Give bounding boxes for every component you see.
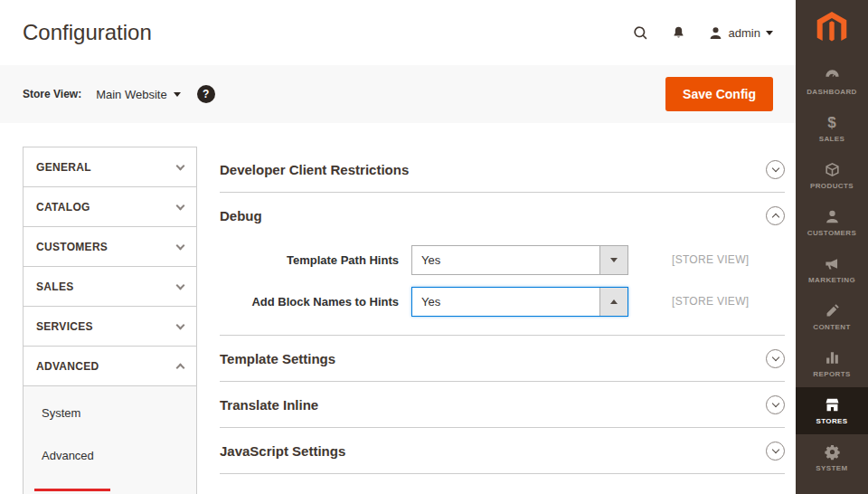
section-javascript-settings[interactable]: JavaScript Settings	[220, 428, 785, 474]
main-area: Configuration admin Store View:	[0, 0, 796, 494]
chevron-down-icon	[766, 31, 773, 35]
sidebar-item-system[interactable]: SYSTEM	[796, 434, 868, 481]
section-developer-client-restrictions[interactable]: Developer Client Restrictions	[220, 147, 785, 193]
chevron-down-icon	[176, 201, 185, 210]
scope-label: [STORE VIEW]	[672, 295, 749, 308]
help-icon[interactable]: ?	[197, 85, 215, 103]
dashboard-icon	[824, 67, 841, 84]
page-title: Configuration	[23, 20, 152, 45]
sidebar-item-label: REPORTS	[813, 370, 850, 378]
store-view-label: Store View:	[23, 88, 81, 100]
sidebar-item-label: DASHBOARD	[807, 88, 857, 96]
nav-subitem-label: Advanced	[42, 449, 94, 462]
admin-user-menu[interactable]: admin	[708, 25, 773, 41]
stores-icon	[824, 396, 841, 413]
section-debug[interactable]: Debug	[220, 193, 785, 239]
admin-user-label: admin	[729, 26, 760, 40]
nav-subitem-system[interactable]: System	[24, 392, 196, 434]
sidebar-item-customers[interactable]: CUSTOMERS	[796, 199, 868, 246]
content-area: GENERAL CATALOG CUSTOMERS SALES SERVICES	[0, 123, 796, 494]
select-dropdown-button[interactable]	[599, 288, 627, 316]
sidebar-item-label: CONTENT	[813, 323, 850, 331]
chevron-down-icon	[771, 354, 778, 361]
content-icon	[824, 302, 841, 319]
chevron-down-icon	[174, 92, 181, 97]
sidebar-item-label: CUSTOMERS	[807, 229, 857, 237]
sidebar-item-sales[interactable]: $ SALES	[796, 105, 868, 152]
nav-item-label: GENERAL	[36, 161, 91, 174]
sidebar-item-label: STORES	[816, 417, 847, 425]
marketing-icon	[824, 255, 841, 272]
sidebar-item-products[interactable]: PRODUCTS	[796, 152, 868, 199]
section-title: Developer Client Restrictions	[220, 162, 409, 177]
sidebar-item-dashboard[interactable]: DASHBOARD	[796, 58, 868, 105]
nav-item-advanced[interactable]: ADVANCED	[24, 347, 196, 386]
field-label: Template Path Hints	[220, 253, 399, 267]
page-header: Configuration admin	[0, 0, 796, 65]
search-icon[interactable]	[632, 24, 649, 42]
nav-subitem-label: System	[42, 406, 80, 420]
nav-item-label: SALES	[36, 280, 74, 293]
sidebar-item-marketing[interactable]: MARKETING	[796, 246, 868, 293]
chevron-down-icon	[610, 258, 618, 262]
debug-fields: Template Path Hints Yes [STORE VIEW] Add…	[220, 239, 785, 322]
field-label: Add Block Names to Hints	[220, 295, 399, 309]
collapse-toggle[interactable]	[766, 349, 785, 368]
nav-subitem-advanced[interactable]: Advanced	[24, 434, 196, 477]
admin-main-menu: DASHBOARD $ SALES PRODUCTS CUSTOMERS MAR…	[796, 0, 868, 494]
collapse-toggle[interactable]	[766, 160, 785, 179]
config-panels: Developer Client Restrictions Debug Temp…	[220, 147, 785, 474]
add-block-names-select[interactable]: Yes	[411, 287, 628, 317]
section-debug-panel: Debug Template Path Hints Yes [STORE VIE…	[220, 193, 785, 336]
select-value: Yes	[412, 253, 599, 267]
chevron-up-icon	[610, 299, 618, 304]
section-title: Template Settings	[220, 351, 335, 366]
sidebar-item-reports[interactable]: REPORTS	[796, 340, 868, 387]
nav-item-sales[interactable]: SALES	[24, 267, 196, 307]
chevron-down-icon	[176, 320, 185, 329]
field-add-block-names-to-hints: Add Block Names to Hints Yes [STORE VIEW…	[220, 280, 785, 322]
notifications-bell-icon[interactable]	[671, 25, 686, 41]
collapse-toggle[interactable]	[766, 206, 785, 225]
chevron-down-icon	[771, 165, 778, 172]
chevron-down-icon	[176, 241, 185, 250]
sidebar-item-label: PRODUCTS	[810, 182, 854, 190]
nav-item-label: CUSTOMERS	[36, 241, 108, 253]
nav-item-label: SERVICES	[36, 320, 93, 333]
chevron-down-icon	[771, 400, 778, 407]
store-view-switcher[interactable]: Main Website	[96, 88, 181, 101]
nav-item-catalog[interactable]: CATALOG	[24, 187, 196, 227]
collapse-toggle[interactable]	[766, 442, 785, 461]
section-template-settings[interactable]: Template Settings	[220, 336, 785, 382]
collapse-toggle[interactable]	[766, 395, 785, 414]
nav-item-general[interactable]: GENERAL	[24, 147, 196, 187]
system-icon	[824, 443, 841, 461]
chevron-up-icon	[771, 214, 778, 221]
scope-label: [STORE VIEW]	[672, 253, 749, 266]
sidebar-item-label: MARKETING	[808, 276, 855, 284]
nav-item-services[interactable]: SERVICES	[24, 307, 196, 347]
nav-item-label: ADVANCED	[36, 360, 99, 373]
sidebar-item-content[interactable]: CONTENT	[796, 293, 868, 340]
section-title: Debug	[220, 208, 262, 223]
sidebar-item-label: SYSTEM	[816, 464, 847, 472]
template-path-hints-select[interactable]: Yes	[411, 245, 628, 275]
store-view-toolbar: Store View: Main Website ? Save Config	[0, 65, 796, 123]
products-icon	[824, 161, 841, 178]
user-icon	[708, 25, 723, 41]
select-value: Yes	[412, 295, 599, 309]
magento-logo[interactable]	[796, 0, 868, 58]
section-title: JavaScript Settings	[220, 443, 345, 459]
section-translate-inline[interactable]: Translate Inline	[220, 382, 785, 428]
section-title: Translate Inline	[220, 397, 318, 413]
nav-item-customers[interactable]: CUSTOMERS	[24, 227, 196, 267]
select-dropdown-button[interactable]	[599, 246, 627, 274]
reports-icon	[824, 349, 841, 366]
sidebar-item-stores[interactable]: STORES	[796, 387, 868, 434]
nav-item-label: CATALOG	[36, 201, 90, 214]
config-section-nav: GENERAL CATALOG CUSTOMERS SALES SERVICES	[23, 147, 197, 494]
save-config-button[interactable]: Save Config	[665, 77, 773, 111]
sidebar-item-label: SALES	[819, 135, 845, 143]
magento-admin-configuration-page: Configuration admin Store View:	[0, 0, 868, 494]
chevron-up-icon	[176, 364, 185, 373]
